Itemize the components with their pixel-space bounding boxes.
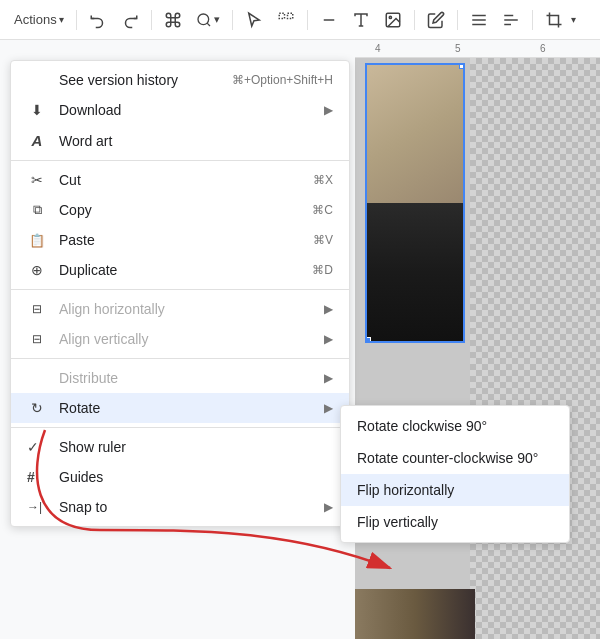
- crop-button[interactable]: [539, 7, 569, 33]
- divider-4: [307, 10, 308, 30]
- copy-icon: ⧉: [27, 202, 47, 218]
- line-button[interactable]: [314, 7, 344, 33]
- actions-button[interactable]: Actions ▾: [8, 8, 70, 31]
- copy-shortcut: ⌘C: [312, 203, 333, 217]
- download-label: Download: [59, 102, 316, 118]
- download-icon: ⬇: [27, 102, 47, 118]
- rotate-cw-label: Rotate clockwise 90°: [357, 418, 553, 434]
- rotate-ccw-label: Rotate counter-clockwise 90°: [357, 450, 553, 466]
- guides-icon: #: [27, 469, 47, 485]
- align2-button[interactable]: [496, 7, 526, 33]
- menu-item-show-ruler[interactable]: ✓ Show ruler: [11, 432, 349, 462]
- align-button[interactable]: [464, 7, 494, 33]
- show-ruler-check-icon: ✓: [27, 439, 47, 455]
- bottom-image-strip: [355, 589, 475, 639]
- menu-item-word-art[interactable]: A Word art: [11, 125, 349, 156]
- menu-item-duplicate[interactable]: ⊕ Duplicate ⌘D: [11, 255, 349, 285]
- text-icon: [352, 11, 370, 29]
- ruler-num-6: 6: [540, 43, 546, 54]
- menu-item-paste[interactable]: 📋 Paste ⌘V: [11, 225, 349, 255]
- menu-item-guides[interactable]: # Guides: [11, 462, 349, 492]
- show-ruler-label: Show ruler: [59, 439, 333, 455]
- ruler-num-5: 5: [455, 43, 461, 54]
- version-history-shortcut: ⌘+Option+Shift+H: [232, 73, 333, 87]
- menu-item-align-v: ⊟ Align vertically ▶: [11, 324, 349, 354]
- paste-label: Paste: [59, 232, 297, 248]
- actions-label: Actions: [14, 12, 57, 27]
- menu-item-download[interactable]: ⬇ Download ▶: [11, 95, 349, 125]
- align-h-icon: ⊟: [27, 302, 47, 316]
- separator-2: [11, 289, 349, 290]
- toolbar: Actions ▾ ▾ ▾: [0, 0, 600, 40]
- align-v-label: Align vertically: [59, 331, 316, 347]
- menu-item-copy[interactable]: ⧉ Copy ⌘C: [11, 195, 349, 225]
- divider-6: [457, 10, 458, 30]
- undo-button[interactable]: [83, 7, 113, 33]
- version-history-label: See version history: [59, 72, 216, 88]
- handle-top-right: [459, 63, 465, 69]
- format-paint-button[interactable]: [158, 7, 188, 33]
- menu-item-version-history[interactable]: See version history ⌘+Option+Shift+H: [11, 65, 349, 95]
- rotate-arrow: ▶: [324, 401, 333, 415]
- align-v-icon: ⊟: [27, 332, 47, 346]
- svg-rect-3: [287, 13, 292, 18]
- canvas-area: 4 5 6: [355, 40, 600, 639]
- submenu-item-rotate-ccw[interactable]: Rotate counter-clockwise 90°: [341, 442, 569, 474]
- snap-to-arrow: ▶: [324, 500, 333, 514]
- svg-line-1: [207, 23, 210, 26]
- divider-1: [76, 10, 77, 30]
- text-button[interactable]: [346, 7, 376, 33]
- canvas-content: [355, 58, 600, 639]
- align-v-arrow: ▶: [324, 332, 333, 346]
- word-art-label: Word art: [59, 133, 333, 149]
- menu-item-rotate[interactable]: ↻ Rotate ▶: [11, 393, 349, 423]
- divider-5: [414, 10, 415, 30]
- select2-icon: [277, 11, 295, 29]
- divider-7: [532, 10, 533, 30]
- submenu-item-flip-v[interactable]: Flip vertically: [341, 506, 569, 538]
- actions-dropdown-icon: ▾: [59, 14, 64, 25]
- flip-h-label: Flip horizontally: [357, 482, 553, 498]
- select2-button[interactable]: [271, 7, 301, 33]
- zoom-button[interactable]: ▾: [190, 8, 226, 32]
- submenu-item-rotate-cw[interactable]: Rotate clockwise 90°: [341, 410, 569, 442]
- crop-dropdown-icon: ▾: [571, 14, 576, 25]
- redo-icon: [121, 11, 139, 29]
- separator-3: [11, 358, 349, 359]
- duplicate-label: Duplicate: [59, 262, 296, 278]
- image-icon: [384, 11, 402, 29]
- crop-icon: [545, 11, 563, 29]
- word-art-icon: A: [27, 132, 47, 149]
- menu-item-snap-to[interactable]: →| Snap to ▶: [11, 492, 349, 522]
- checkerboard-bg: [470, 58, 600, 639]
- pen-button[interactable]: [421, 7, 451, 33]
- divider-2: [151, 10, 152, 30]
- zoom-dropdown-icon: ▾: [214, 13, 220, 26]
- context-menu: See version history ⌘+Option+Shift+H ⬇ D…: [10, 60, 350, 527]
- paste-icon: 📋: [27, 233, 47, 248]
- paste-shortcut: ⌘V: [313, 233, 333, 247]
- submenu-item-flip-h[interactable]: Flip horizontally: [341, 474, 569, 506]
- ruler-top: 4 5 6: [355, 40, 600, 58]
- handle-bottom-left: [365, 337, 371, 343]
- image-frame[interactable]: [365, 63, 465, 343]
- separator-4: [11, 427, 349, 428]
- image-button[interactable]: [378, 7, 408, 33]
- align-icon: [470, 11, 488, 29]
- copy-label: Copy: [59, 202, 296, 218]
- duplicate-shortcut: ⌘D: [312, 263, 333, 277]
- select-button[interactable]: [239, 7, 269, 33]
- align-h-arrow: ▶: [324, 302, 333, 316]
- redo-button[interactable]: [115, 7, 145, 33]
- cut-label: Cut: [59, 172, 297, 188]
- align-h-label: Align horizontally: [59, 301, 316, 317]
- menu-item-align-h: ⊟ Align horizontally ▶: [11, 294, 349, 324]
- svg-rect-2: [279, 13, 284, 18]
- cut-icon: ✂: [27, 172, 47, 188]
- menu-item-cut[interactable]: ✂ Cut ⌘X: [11, 165, 349, 195]
- svg-point-8: [389, 16, 391, 18]
- guides-label: Guides: [59, 469, 333, 485]
- distribute-arrow: ▶: [324, 371, 333, 385]
- line-icon: [320, 11, 338, 29]
- duplicate-icon: ⊕: [27, 262, 47, 278]
